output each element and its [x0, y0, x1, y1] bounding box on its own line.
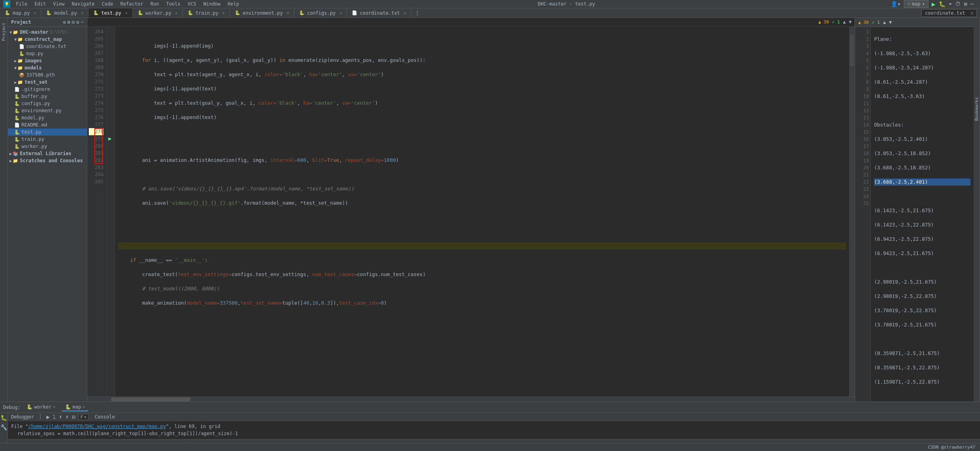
sidebar-item-map-py[interactable]: 🐍 map.py [8, 50, 87, 57]
sidebar-item-ext-libs[interactable]: ▶ 📚 External Libraries [8, 150, 87, 157]
tab-close-worker-py[interactable]: ✕ [175, 11, 178, 15]
sidebar-label-configs-py: configs.py [21, 101, 50, 106]
menu-view[interactable]: View [50, 0, 68, 8]
sidebar-expand-icon[interactable]: ⊞ [67, 19, 70, 25]
sidebar-item-coordinate-txt[interactable]: 📄 coordinate.txt [8, 43, 87, 50]
code-line-267: imgs[-1].append(text) [118, 85, 846, 92]
tab-test-py[interactable]: 🐍 test.py ✕ [88, 8, 133, 17]
sidebar-item-train-py[interactable]: 🐍 train.py [8, 136, 87, 143]
sidebar-item-test-py[interactable]: 🐍 test.py [8, 129, 87, 136]
debug-tab-map[interactable]: 🐍 map ✕ [62, 403, 88, 411]
tab-configs-py[interactable]: 🐍 configs.py ✕ [294, 8, 347, 17]
right-panel-tab-coordinate[interactable]: coordinate.txt ✕ [921, 9, 977, 17]
sidebar-item-construct-map[interactable]: ▼ 📁 construct_map [8, 36, 87, 43]
debug-tab-worker-close[interactable]: ✕ [53, 405, 56, 409]
right-line-4: (8.61,-2.5,24.287) [874, 79, 970, 86]
sidebar-collapse-icon[interactable]: ⊟ [72, 19, 75, 25]
right-panel-nav-down[interactable]: ▼ [889, 19, 892, 25]
branch-selector[interactable]: ⑂ map ▾ [904, 0, 928, 8]
tab-train-py[interactable]: 🐍 train.py ✕ [183, 8, 230, 17]
step-over-btn[interactable]: ⤵ [53, 414, 56, 420]
sidebar-close-icon[interactable]: ─ [81, 19, 84, 25]
nav-up-btn[interactable]: ▲ [843, 19, 846, 25]
sidebar-item-model-py[interactable]: 🐍 model.py [8, 114, 87, 121]
right-ln-11: 11 [857, 100, 869, 107]
bookmarks-bar[interactable]: Bookmarks [974, 18, 980, 401]
code-line-282: make_animation(model_name=337500,test_se… [118, 299, 846, 307]
code-line-274: # ani.save('videos/{}_{}_{}_{}.mp4'.form… [118, 185, 846, 192]
h-scroll-thumb[interactable] [111, 397, 190, 401]
sidebar-item-scratches[interactable]: ▶ 📁 Scratches and Consoles [8, 157, 87, 164]
tab-close-test-py[interactable]: ✕ [125, 11, 128, 15]
debug-tab-map-close[interactable]: ✕ [82, 405, 85, 409]
menu-bar[interactable]: File Edit View Navigate Code Refactor Ru… [13, 0, 242, 8]
tab-close-model-py[interactable]: ✕ [81, 11, 83, 15]
frames-btn[interactable]: ⊡ [72, 414, 75, 420]
menu-tools[interactable]: Tools [163, 0, 184, 8]
tab-close-configs-py[interactable]: ✕ [339, 11, 342, 15]
sidebar-item-gitignore[interactable]: 📄 .gitignore [8, 86, 87, 93]
profile-icon[interactable]: ⏱ [955, 1, 961, 7]
menu-code[interactable]: Code [99, 0, 117, 8]
tab-environment-py[interactable]: 🐍 environment.py ✕ [230, 8, 294, 17]
menu-file[interactable]: File [13, 0, 31, 8]
sidebar-item-readme-md[interactable]: 📄 README.md [8, 121, 87, 129]
arrow-icon-ext-libs: ▶ [10, 152, 12, 156]
step-into-btn[interactable]: ⬇ [59, 414, 62, 420]
sidebar-gear-icon[interactable]: ⚙ [63, 19, 66, 25]
tab-overflow-btn[interactable]: ⋮ [413, 8, 422, 17]
sidebar-tree: ▼ 📁 DHC-master D:\47组\ ▼ 📁 construct_map… [8, 27, 87, 401]
layout-icon[interactable]: ⊞ [964, 1, 967, 7]
nav-down-btn[interactable]: ▼ [849, 19, 852, 25]
menu-refactor[interactable]: Refactor [117, 0, 146, 8]
menu-edit[interactable]: Edit [31, 0, 49, 8]
sidebar-item-configs-py[interactable]: 🐍 configs.py [8, 100, 87, 107]
sidebar-item-337500-pth[interactable]: 📦 337500.pth [8, 71, 87, 79]
debug-sidebar-icon2[interactable]: 🔧 [0, 424, 7, 430]
tab-worker-py[interactable]: 🐍 worker.py ✕ [133, 8, 183, 17]
console-link[interactable]: /home/zjlab/P000970/DHC_wsg/construct_ma… [28, 424, 166, 429]
sidebar-item-buffer-py[interactable]: 🐍 buffer.py [8, 93, 87, 100]
right-line-18: (2.98019,-2.5,21.675) [874, 278, 970, 286]
horizontal-scrollbar[interactable] [87, 397, 855, 401]
right-ln-24: 24 [857, 193, 869, 200]
right-panel-tab-close[interactable]: ✕ [970, 10, 973, 16]
debug-sidebar-icon1[interactable]: 🐛 [0, 415, 7, 421]
tab-coordinate-txt[interactable]: 📄 coordinate.txt ✕ [347, 8, 411, 17]
menu-navigate[interactable]: Navigate [69, 0, 98, 8]
right-panel-nav-up[interactable]: ▲ [883, 19, 886, 25]
debug-tab-worker-label: worker [34, 404, 51, 410]
menu-run[interactable]: Run [147, 0, 162, 8]
resume-btn[interactable]: ▶ [46, 414, 50, 420]
editor-scrollbar[interactable] [849, 27, 855, 397]
project-panel-toggle[interactable]: Project [0, 18, 8, 401]
minimize-icon[interactable]: ─ [970, 1, 974, 7]
scrollbar-thumb[interactable] [850, 35, 854, 66]
debug-scrollbar[interactable] [8, 439, 980, 443]
filter-selector[interactable]: F ▾ [79, 414, 88, 420]
arrow-icon-models: ▼ [14, 66, 17, 70]
run-icon[interactable]: ▶ [932, 0, 936, 8]
tab-close-env-py[interactable]: ✕ [287, 11, 289, 15]
user-icon[interactable]: 👤▾ [891, 1, 901, 7]
step-out-btn[interactable]: ⬆ [65, 414, 69, 420]
sidebar-item-environment-py[interactable]: 🐍 environment.py [8, 107, 87, 114]
tab-map-py[interactable]: 🐍 map.py ✕ [0, 8, 41, 17]
sidebar-item-images[interactable]: ▶ 📁 images [8, 57, 87, 64]
sidebar-item-models[interactable]: ▼ 📁 models [8, 64, 87, 71]
menu-help[interactable]: Help [224, 0, 242, 8]
tab-close-map-py[interactable]: ✕ [34, 11, 36, 15]
tab-close-coord-txt[interactable]: ✕ [404, 11, 406, 15]
debug-tab-worker[interactable]: 🐍 worker ✕ [23, 403, 58, 411]
tab-close-train-py[interactable]: ✕ [222, 11, 225, 15]
code-editor-content[interactable]: imgs[-1].append(img) for i, ((agent_x, a… [115, 27, 849, 397]
sidebar-item-worker-py[interactable]: 🐍 worker.py [8, 143, 87, 150]
sidebar-item-test-set[interactable]: ▶ 📁 test_set [8, 79, 87, 86]
coverage-icon[interactable]: ☂ [949, 1, 952, 7]
debug-icon[interactable]: 🐛 [939, 1, 945, 7]
menu-vcs[interactable]: VCS [184, 0, 199, 8]
menu-window[interactable]: Window [200, 0, 224, 8]
tab-model-py[interactable]: 🐍 model.py ✕ [41, 8, 88, 17]
sidebar-settings-icon[interactable]: ⚙ [77, 19, 79, 25]
sidebar-item-root[interactable]: ▼ 📁 DHC-master D:\47组\ [8, 29, 87, 36]
